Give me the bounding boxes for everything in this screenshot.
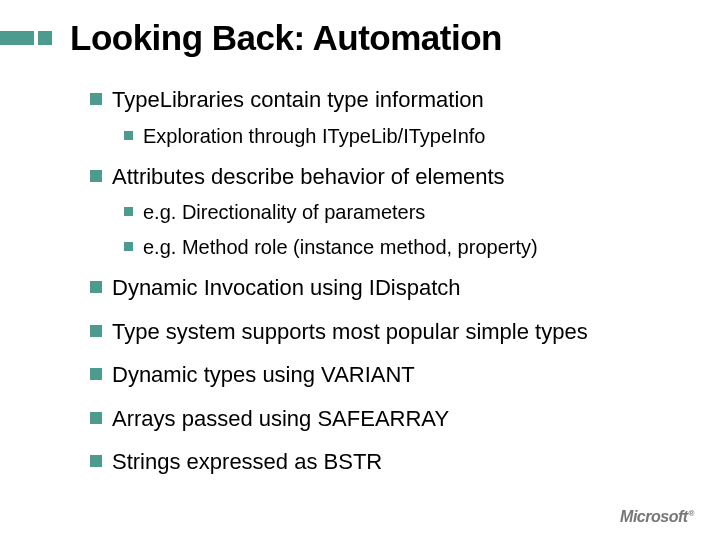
bullet-text: Arrays passed using SAFEARRAY: [112, 405, 449, 433]
slide-body: TypeLibraries contain type information E…: [0, 58, 720, 476]
bullet-item: Arrays passed using SAFEARRAY: [90, 405, 720, 433]
slide-header: Looking Back: Automation: [0, 0, 720, 58]
sub-bullet-item: e.g. Directionality of parameters: [124, 200, 720, 225]
microsoft-logo: Microsoft®: [620, 508, 694, 526]
square-bullet-icon: [90, 325, 102, 337]
sub-bullet-text: Exploration through ITypeLib/ITypeInfo: [143, 124, 485, 149]
bullet-text: Type system supports most popular simple…: [112, 318, 588, 346]
square-bullet-icon: [90, 170, 102, 182]
bullet-text: Attributes describe behavior of elements: [112, 163, 505, 191]
bullet-text: Dynamic types using VARIANT: [112, 361, 415, 389]
header-accent-square: [38, 31, 52, 45]
bullet-item: Type system supports most popular simple…: [90, 318, 720, 346]
slide-title: Looking Back: Automation: [70, 18, 502, 58]
logo-text: Microsoft: [620, 508, 688, 525]
square-bullet-icon: [90, 281, 102, 293]
bullet-item: Dynamic Invocation using IDispatch: [90, 274, 720, 302]
bullet-item: Attributes describe behavior of elements: [90, 163, 720, 191]
square-bullet-icon: [90, 368, 102, 380]
square-bullet-icon: [90, 93, 102, 105]
bullet-item: TypeLibraries contain type information: [90, 86, 720, 114]
registered-icon: ®: [689, 509, 694, 518]
bullet-text: TypeLibraries contain type information: [112, 86, 484, 114]
header-accent-bar: [0, 31, 34, 45]
sub-bullet-text: e.g. Method role (instance method, prope…: [143, 235, 538, 260]
square-bullet-icon: [124, 131, 133, 140]
bullet-text: Strings expressed as BSTR: [112, 448, 382, 476]
square-bullet-icon: [90, 455, 102, 467]
bullet-item: Strings expressed as BSTR: [90, 448, 720, 476]
square-bullet-icon: [124, 242, 133, 251]
bullet-item: Dynamic types using VARIANT: [90, 361, 720, 389]
square-bullet-icon: [124, 207, 133, 216]
sub-bullet-text: e.g. Directionality of parameters: [143, 200, 425, 225]
square-bullet-icon: [90, 412, 102, 424]
sub-bullet-item: Exploration through ITypeLib/ITypeInfo: [124, 124, 720, 149]
bullet-text: Dynamic Invocation using IDispatch: [112, 274, 461, 302]
sub-bullet-item: e.g. Method role (instance method, prope…: [124, 235, 720, 260]
